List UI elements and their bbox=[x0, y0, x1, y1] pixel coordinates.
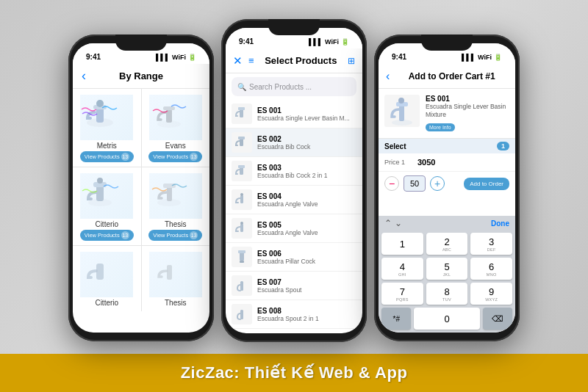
kb-key-1[interactable]: 1 bbox=[381, 233, 423, 255]
kb-row-1: 1 2 ABC 3 DEF bbox=[379, 231, 515, 255]
wave-bg-3 bbox=[80, 173, 133, 219]
product-text-es004: ES 004 Escuadra Angle Valve bbox=[257, 192, 356, 208]
bottom-banner: ZicZac: Thiết Kế Web & App bbox=[0, 354, 588, 392]
phone3-product-card: ES 001 Escuadra Single Lever Basin Mixtu… bbox=[379, 89, 515, 139]
phone3-back-icon[interactable]: ‹ bbox=[386, 70, 390, 83]
list-item[interactable]: ES 003 Escuadra Bib Cock 2 in 1 bbox=[226, 157, 362, 186]
chevron-up-icon[interactable]: ⌃ bbox=[384, 218, 392, 228]
list-item[interactable]: ES 008 Escuadra Spout 2 in 1 bbox=[226, 300, 362, 329]
product-text-es002: ES 002 Escuadra Bib Cock bbox=[257, 135, 356, 150]
list-item[interactable]: ES 001 Escuadra Single Lever Basin M... bbox=[226, 100, 362, 128]
search-icon: 🔍 bbox=[237, 83, 246, 91]
battery-icon: 🔋 bbox=[341, 38, 349, 46]
product-name-es006: Escuadra Pillar Cock bbox=[257, 258, 356, 265]
kb-key-0[interactable]: 0 bbox=[414, 308, 479, 330]
wifi-icon: WiFi bbox=[172, 54, 186, 61]
faucet-icon-4 bbox=[234, 192, 250, 208]
kb-key-2[interactable]: 2 ABC bbox=[426, 233, 468, 255]
wifi-icon: WiFi bbox=[325, 38, 339, 46]
phone3-qty-row: − 50 + Add to Order bbox=[379, 172, 515, 195]
phone-select-products: 9:41 ▌▌▌ WiFi 🔋 ✕ ≡ Select Products ⊞ 🔍 … bbox=[221, 19, 367, 342]
phone3-price-label: Price 1 bbox=[384, 159, 410, 166]
kb-done-button[interactable]: Done bbox=[491, 219, 509, 228]
wave-bg-5 bbox=[80, 252, 133, 297]
phone1-label-evans: Evans bbox=[165, 142, 186, 150]
product-name-es008: Escuadra Spout 2 in 1 bbox=[257, 315, 356, 322]
kb-key-delete[interactable]: ⌫ bbox=[483, 308, 512, 330]
list-item[interactable]: ES 007 Escuadra Spout bbox=[226, 272, 362, 300]
phone3-notch bbox=[421, 35, 473, 51]
kb-key-7[interactable]: 7 PQRS bbox=[381, 283, 423, 305]
phone1-cell-citterio: Citterio View Products 13 bbox=[73, 167, 141, 245]
qty-input[interactable]: 50 bbox=[404, 175, 426, 192]
list-item[interactable]: ES 004 Escuadra Angle Valve bbox=[226, 186, 362, 214]
qty-plus-button[interactable]: + bbox=[430, 176, 445, 191]
list-item[interactable]: ES 005 Escuadra Angle Valve bbox=[226, 214, 362, 243]
qty-minus-button[interactable]: − bbox=[384, 176, 399, 191]
phone1-img-metris bbox=[80, 95, 133, 140]
kb-key-6[interactable]: 6 MNO bbox=[470, 258, 512, 280]
phone1-btn-citterio[interactable]: View Products 13 bbox=[80, 230, 134, 241]
product-name-es003: Escuadra Bib Cock 2 in 1 bbox=[257, 172, 356, 179]
product-code-es005: ES 005 bbox=[257, 221, 356, 229]
phone2-grid-icon[interactable]: ⊞ bbox=[348, 56, 355, 66]
phone3-more-info-btn[interactable]: More Info bbox=[426, 123, 455, 131]
svg-rect-27 bbox=[238, 250, 245, 253]
phone2-close-icon[interactable]: ✕ bbox=[233, 54, 243, 68]
product-text-es007: ES 007 Escuadra Spout bbox=[257, 278, 356, 294]
phone3-kb-toolbar: ⌃ ⌄ Done bbox=[379, 216, 515, 231]
svg-point-10 bbox=[97, 178, 103, 184]
phone1-btn-thesis[interactable]: View Products 13 bbox=[148, 230, 202, 241]
kb-key-5[interactable]: 5 JKL bbox=[426, 258, 468, 280]
kb-key-9[interactable]: 9 WXYZ bbox=[470, 283, 512, 305]
kb-key-4[interactable]: 4 GHI bbox=[381, 258, 423, 280]
kb-key-special[interactable]: *# bbox=[381, 308, 411, 330]
product-img-es001 bbox=[232, 104, 252, 124]
wifi-icon: WiFi bbox=[478, 54, 492, 61]
svg-rect-22 bbox=[240, 195, 243, 203]
list-item[interactable]: ES 006 Escuadra Pillar Cock bbox=[226, 243, 362, 272]
kb-key-3[interactable]: 3 DEF bbox=[470, 233, 512, 255]
product-name-es004: Escuadra Angle Valve bbox=[257, 200, 356, 208]
phone3-product-info: ES 001 Escuadra Single Lever Basin Mixtu… bbox=[426, 95, 509, 132]
add-to-order-button[interactable]: Add to Order bbox=[464, 178, 509, 190]
phone-by-range: 9:41 ▌▌▌ WiFi 🔋 ‹ By Range bbox=[68, 35, 214, 341]
phone1-img-thesis bbox=[149, 173, 202, 219]
faucet-icon-2 bbox=[234, 134, 250, 150]
svg-point-23 bbox=[240, 193, 243, 196]
faucet-svg-3 bbox=[80, 173, 121, 210]
svg-rect-21 bbox=[238, 165, 245, 168]
phone2-header-title: Select Products bbox=[260, 55, 342, 66]
phone1-cell-metris: Metris View Products 13 bbox=[73, 89, 141, 167]
chevron-down-icon[interactable]: ⌄ bbox=[395, 218, 402, 228]
phone1-label-citterio2: Citterio bbox=[95, 299, 118, 307]
phone1-img-citterio2 bbox=[80, 252, 133, 297]
phone3-product-img bbox=[384, 95, 420, 127]
phone1-label-thesis: Thesis bbox=[165, 220, 186, 228]
product-code-es008: ES 008 bbox=[257, 307, 356, 315]
phone3-header-title: Add to Order Cart #1 bbox=[395, 71, 508, 81]
faucet-svg-2 bbox=[149, 95, 190, 131]
phone-add-to-cart: 9:41 ▌▌▌ WiFi 🔋 ‹ Add to Order Cart #1 bbox=[374, 35, 520, 341]
phone1-btn-evans[interactable]: View Products 13 bbox=[148, 151, 202, 162]
product-img-es002 bbox=[232, 132, 252, 153]
list-item[interactable]: ES 002 Escuadra Bib Cock bbox=[226, 128, 362, 157]
product-code-es006: ES 006 bbox=[257, 250, 356, 258]
signal-icon: ▌▌▌ bbox=[462, 54, 476, 61]
phone2-screen: 9:41 ▌▌▌ WiFi 🔋 ✕ ≡ Select Products ⊞ 🔍 … bbox=[226, 28, 362, 333]
faucet-svg-4 bbox=[149, 173, 190, 210]
product-faucet-img bbox=[386, 96, 418, 126]
phone1-product-grid: Metris View Products 13 bbox=[73, 89, 209, 311]
kb-row-2: 4 GHI 5 JKL 6 MNO bbox=[379, 255, 515, 280]
kb-chevrons: ⌃ ⌄ bbox=[384, 218, 402, 228]
faucet-svg-1 bbox=[80, 95, 121, 131]
phone2-search-bar[interactable]: 🔍 Search Products ... bbox=[232, 77, 356, 96]
product-code-es002: ES 002 bbox=[257, 135, 356, 143]
phone3-header: ‹ Add to Order Cart #1 bbox=[379, 64, 515, 89]
wave-bg-2 bbox=[149, 95, 202, 140]
kb-key-8[interactable]: 8 TUV bbox=[426, 283, 468, 305]
phone2-list-icon[interactable]: ≡ bbox=[248, 55, 254, 66]
product-name-es002: Escuadra Bib Cock bbox=[257, 143, 356, 150]
phone1-back-icon[interactable]: ‹ bbox=[82, 68, 86, 84]
phone1-btn-metris[interactable]: View Products 13 bbox=[80, 151, 134, 162]
